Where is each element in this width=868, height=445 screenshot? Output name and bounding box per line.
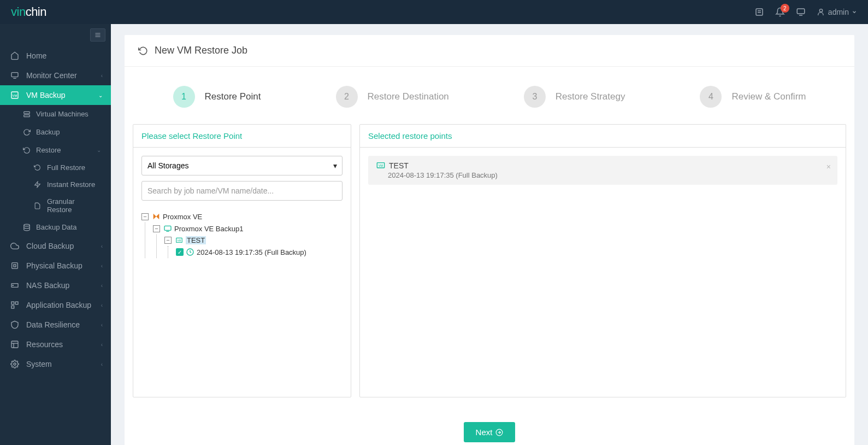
sidebar-item-datares[interactable]: Data Resilience ‹ bbox=[0, 315, 111, 335]
monitor-icon[interactable] bbox=[796, 7, 806, 17]
step-4[interactable]: 4 Review & Confirm bbox=[700, 86, 806, 108]
sidebar-item-home[interactable]: Home bbox=[0, 46, 111, 66]
svg-rect-22 bbox=[15, 302, 18, 305]
chevron-icon: ‹ bbox=[101, 342, 103, 348]
notif-badge: 2 bbox=[781, 4, 789, 13]
step-3[interactable]: 3 Restore Strategy bbox=[524, 86, 625, 108]
svg-point-20 bbox=[13, 285, 13, 285]
storage-select-wrap: All Storages ▾ bbox=[141, 156, 343, 175]
tree-label: Proxmox VE Backup1 bbox=[174, 225, 243, 233]
panel-selected: Selected restore points × VM TEST 2024-0… bbox=[359, 124, 846, 397]
chevron-icon: ‹ bbox=[101, 243, 103, 249]
gear-icon bbox=[10, 360, 20, 368]
sidebar-label: Physical Backup bbox=[26, 261, 82, 270]
clock-icon bbox=[186, 248, 194, 256]
svg-rect-13 bbox=[24, 112, 30, 114]
svg-rect-21 bbox=[11, 302, 14, 305]
selected-name-text: TEST bbox=[389, 161, 409, 170]
step-1[interactable]: 1 Restore Point bbox=[173, 86, 261, 108]
sidebar-label: Cloud Backup bbox=[26, 242, 74, 250]
svg-rect-3 bbox=[797, 9, 805, 14]
tree-node-job[interactable]: − Proxmox VE Backup1 bbox=[153, 222, 343, 235]
svg-point-5 bbox=[819, 9, 822, 12]
panel-header: Please select Restore Point bbox=[133, 125, 351, 148]
proxmox-icon bbox=[152, 212, 161, 221]
monitor-center-icon bbox=[10, 71, 20, 80]
checkbox-checked-icon[interactable]: ✓ bbox=[176, 248, 184, 256]
logo-part2: chin bbox=[26, 5, 46, 19]
svg-rect-14 bbox=[24, 115, 30, 117]
sidebar-sub-label: Backup bbox=[36, 128, 60, 136]
tree-label: TEST bbox=[186, 236, 206, 244]
refresh-icon bbox=[23, 128, 32, 136]
sidebar-label: VM Backup bbox=[26, 91, 66, 99]
topbar-right: 2 admin bbox=[754, 7, 857, 17]
sidebar-sub-backup[interactable]: Backup bbox=[0, 123, 111, 141]
list-icon[interactable] bbox=[754, 7, 764, 17]
tree-node-point[interactable]: ✓ 2024-08-13 19:17:35 (Full Backup) bbox=[176, 246, 343, 258]
tree-label: 2024-08-13 19:17:35 (Full Backup) bbox=[197, 248, 306, 256]
server-icon bbox=[23, 110, 32, 118]
step-num: 4 bbox=[700, 86, 722, 108]
chevron-down-icon bbox=[852, 9, 857, 15]
sidebar-item-nas[interactable]: NAS Backup ‹ bbox=[0, 276, 111, 295]
tree-node-vm[interactable]: − VM TEST bbox=[164, 235, 343, 246]
physical-icon bbox=[10, 261, 20, 270]
step-label: Review & Confirm bbox=[731, 91, 806, 102]
sidebar-subsub-granular[interactable]: Granular Restore bbox=[0, 193, 111, 218]
storage-select[interactable]: All Storages bbox=[141, 156, 343, 175]
home-icon bbox=[10, 51, 20, 60]
bell-icon[interactable]: 2 bbox=[775, 7, 785, 17]
sidebar-toggle-button[interactable] bbox=[90, 28, 105, 42]
sidebar-label: Home bbox=[26, 51, 46, 60]
tree-toggle-icon[interactable]: − bbox=[141, 213, 149, 220]
user-menu[interactable]: admin bbox=[817, 8, 857, 16]
sidebar-label: Data Resilience bbox=[26, 320, 80, 329]
search-input[interactable] bbox=[141, 181, 343, 201]
sidebar-subsub-label: Instant Restore bbox=[47, 180, 95, 189]
step-num: 3 bbox=[524, 86, 546, 108]
page-card: New VM Restore Job 1 Restore Point 2 Res… bbox=[125, 35, 854, 445]
sidebar-label: System bbox=[26, 360, 52, 368]
next-button[interactable]: Next bbox=[464, 422, 516, 442]
sidebar-item-cloud[interactable]: Cloud Backup ‹ bbox=[0, 236, 111, 256]
sidebar-subsub-full[interactable]: Full Restore bbox=[0, 159, 111, 176]
sidebar-item-vmbackup[interactable]: VM VM Backup ⌄ bbox=[0, 85, 111, 105]
tree-toggle-icon[interactable]: − bbox=[164, 237, 172, 244]
step-num: 2 bbox=[336, 86, 358, 108]
tree-toggle-icon[interactable]: − bbox=[153, 225, 160, 232]
svg-point-16 bbox=[24, 224, 30, 226]
restore-icon bbox=[23, 147, 32, 154]
sidebar-item-resources[interactable]: Resources ‹ bbox=[0, 335, 111, 354]
sidebar-item-app[interactable]: Application Backup ‹ bbox=[0, 295, 111, 315]
panel-body: × VM TEST 2024-08-13 19:17:35 (Full Back… bbox=[360, 148, 846, 193]
chevron-icon: ‹ bbox=[101, 73, 103, 79]
step-2[interactable]: 2 Restore Destination bbox=[336, 86, 449, 108]
sidebar-sub-backupdata[interactable]: Backup Data bbox=[0, 218, 111, 236]
step-label: Restore Destination bbox=[368, 91, 449, 102]
chevron-down-icon: ⌄ bbox=[97, 147, 101, 153]
page-title: New VM Restore Job bbox=[155, 45, 247, 56]
sidebar-sub-label: Backup Data bbox=[36, 223, 76, 231]
close-icon[interactable]: × bbox=[826, 162, 831, 171]
sidebar-sub-restore[interactable]: Restore ⌄ bbox=[0, 141, 111, 159]
selected-item: × VM TEST 2024-08-13 19:17:35 (Full Back… bbox=[368, 156, 837, 185]
database-icon bbox=[23, 224, 32, 231]
sidebar-item-monitor[interactable]: Monitor Center ‹ bbox=[0, 66, 111, 85]
cloud-icon bbox=[10, 242, 20, 250]
sidebar-item-physical[interactable]: Physical Backup ‹ bbox=[0, 256, 111, 276]
tree: − Proxmox VE − bbox=[141, 210, 343, 258]
sidebar-sub-label: Virtual Machines bbox=[36, 110, 88, 118]
svg-rect-9 bbox=[11, 73, 18, 77]
panels: Please select Restore Point All Storages… bbox=[125, 124, 854, 408]
panel-header: Selected restore points bbox=[360, 125, 846, 148]
sidebar-sub-vms[interactable]: Virtual Machines bbox=[0, 105, 111, 123]
sidebar-item-system[interactable]: System ‹ bbox=[0, 354, 111, 374]
svg-text:VM: VM bbox=[13, 94, 17, 97]
sidebar-subsub-instant[interactable]: Instant Restore bbox=[0, 176, 111, 193]
tree-node-root[interactable]: − Proxmox VE bbox=[141, 210, 343, 222]
job-icon bbox=[163, 224, 172, 233]
vm-icon: VM bbox=[10, 91, 20, 99]
svg-rect-23 bbox=[11, 306, 14, 308]
svg-rect-24 bbox=[11, 341, 18, 348]
